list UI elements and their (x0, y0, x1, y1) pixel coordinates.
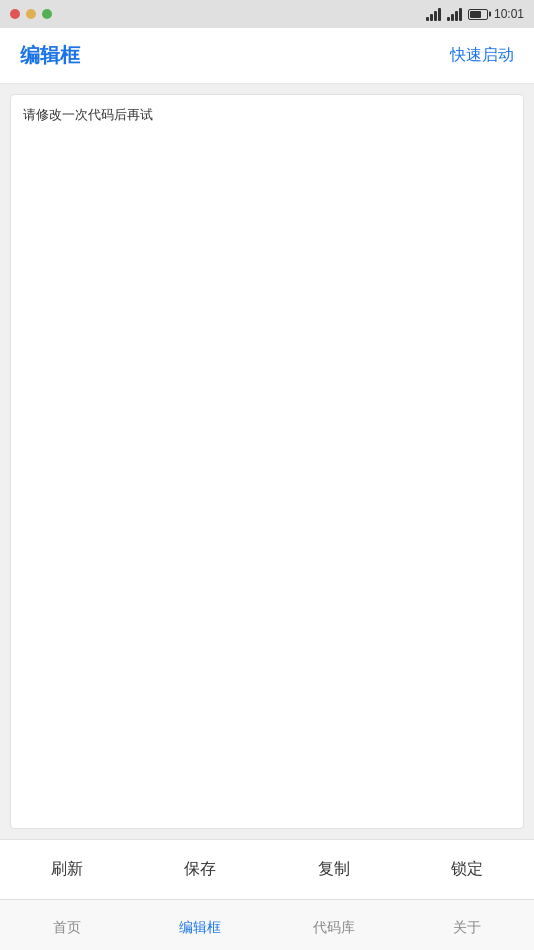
nav-label-about: 关于 (453, 919, 481, 937)
dot-green (42, 9, 52, 19)
editor-content: 请修改一次代码后再试 (23, 107, 153, 122)
app-title: 编辑框 (20, 42, 80, 69)
signal-icon (447, 7, 462, 21)
status-bar-right: 10:01 (426, 7, 524, 21)
nav-item-about[interactable]: 关于 (401, 900, 535, 950)
status-time: 10:01 (494, 7, 524, 21)
save-button[interactable]: 保存 (134, 840, 268, 899)
nav-label-codebase: 代码库 (313, 919, 355, 937)
battery-icon (468, 9, 488, 20)
lock-button[interactable]: 锁定 (401, 840, 535, 899)
bottom-nav: 首页 编辑框 代码库 关于 (0, 899, 534, 950)
nav-label-home: 首页 (53, 919, 81, 937)
editor-container[interactable]: 请修改一次代码后再试 (10, 94, 524, 829)
dot-red (10, 9, 20, 19)
status-bar: 10:01 (0, 0, 534, 28)
nav-item-codebase[interactable]: 代码库 (267, 900, 401, 950)
quick-start-button[interactable]: 快速启动 (450, 45, 514, 66)
app-bar: 编辑框 快速启动 (0, 28, 534, 84)
dot-yellow (26, 9, 36, 19)
wifi-icon (426, 7, 441, 21)
action-bar: 刷新 保存 复制 锁定 (0, 839, 534, 899)
nav-item-home[interactable]: 首页 (0, 900, 134, 950)
refresh-button[interactable]: 刷新 (0, 840, 134, 899)
copy-button[interactable]: 复制 (267, 840, 401, 899)
status-bar-left (10, 9, 52, 19)
battery-fill (470, 11, 481, 18)
nav-label-editor: 编辑框 (179, 919, 221, 937)
nav-item-editor[interactable]: 编辑框 (134, 900, 268, 950)
